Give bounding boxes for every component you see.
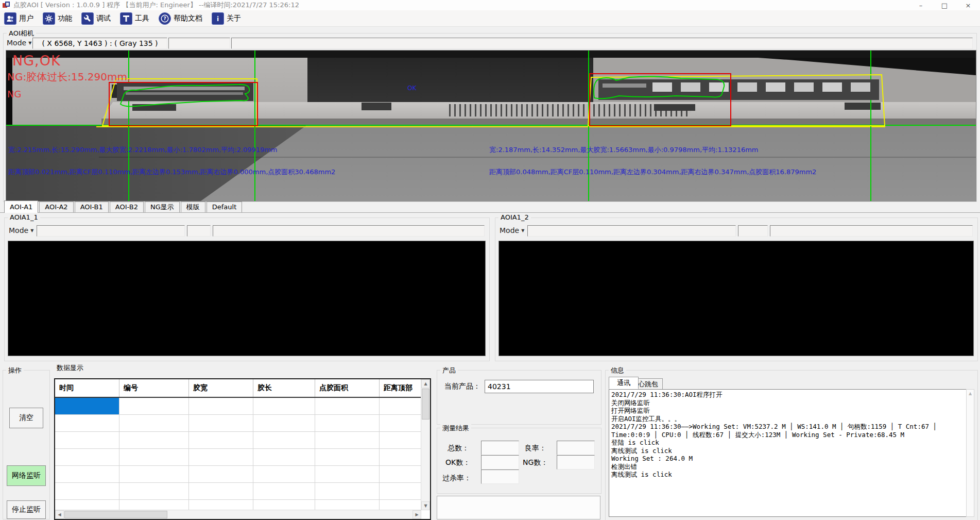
operations-group: 操作 清空 网络监听 停止监听 — [3, 370, 50, 519]
table-cell[interactable] — [380, 398, 421, 415]
table-cell[interactable] — [315, 415, 380, 432]
subview-left-mode-dropdown[interactable]: Mode▼ — [9, 226, 33, 234]
table-cell[interactable] — [253, 449, 315, 466]
subview-left-image[interactable] — [8, 241, 486, 356]
table-cell[interactable] — [119, 449, 189, 466]
selected-cell[interactable] — [55, 398, 119, 415]
table-cell[interactable] — [380, 483, 421, 500]
table-cell[interactable] — [380, 449, 421, 466]
table-cell[interactable] — [119, 466, 189, 483]
scroll-thumb[interactable] — [64, 511, 167, 518]
current-product-label: 当前产品： — [444, 382, 480, 391]
tab-aoi-a1[interactable]: AOI-A1 — [4, 200, 38, 213]
mode-label: Mode — [7, 39, 26, 47]
subview-right-mode-dropdown[interactable]: Mode▼ — [500, 226, 524, 234]
scroll-left-icon[interactable]: ◀ — [55, 510, 64, 519]
table-cell[interactable] — [315, 449, 380, 466]
toolbar-label: 工具 — [135, 14, 149, 23]
data-table-header: 时间 编号 胶宽 胶长 点胶面积 距离顶部 — [55, 379, 430, 398]
tab-comm[interactable]: 通讯 — [609, 377, 639, 389]
table-cell[interactable] — [380, 432, 421, 449]
table-cell[interactable] — [253, 483, 315, 500]
current-product-field[interactable]: 40231 — [485, 380, 594, 393]
table-cell[interactable] — [119, 415, 189, 432]
table-cell[interactable] — [380, 415, 421, 432]
titlebar: 点胶AOI [ Version : 1.0.0.9 ] 程序 【当前用户: En… — [0, 0, 980, 10]
tab-default[interactable]: Default — [207, 202, 243, 212]
table-cell[interactable] — [55, 466, 119, 483]
table-horizontal-scrollbar[interactable]: ◀ ▶ — [55, 510, 421, 519]
camera-mode-dropdown[interactable]: Mode▼ — [7, 39, 31, 47]
ng-count-field[interactable] — [557, 455, 595, 469]
close-button[interactable]: × — [956, 0, 980, 10]
table-cell[interactable] — [315, 432, 380, 449]
table-cell[interactable] — [189, 432, 253, 449]
stop-listen-button[interactable]: 停止监听 — [7, 500, 46, 519]
toolbar-item-help[interactable]: ? 帮助文档 — [159, 12, 202, 25]
inspection-overlay — [6, 51, 976, 201]
table-cell[interactable] — [253, 398, 315, 415]
overkill-label: 过杀率： — [442, 474, 471, 483]
toolbar-item-user[interactable]: 用户 — [4, 12, 33, 25]
total-field[interactable] — [481, 441, 519, 455]
toolbar-item-debug[interactable]: 调试 — [81, 12, 111, 25]
table-cell[interactable] — [189, 466, 253, 483]
col-header-glue-length[interactable]: 胶长 — [253, 379, 315, 397]
overkill-field[interactable] — [481, 469, 519, 484]
table-cell[interactable] — [119, 483, 189, 500]
table-cell[interactable] — [189, 415, 253, 432]
col-header-glue-width[interactable]: 胶宽 — [189, 379, 253, 397]
table-cell[interactable] — [315, 483, 380, 500]
table-cell[interactable] — [253, 466, 315, 483]
table-vertical-scrollbar[interactable]: ▲ ▼ — [421, 379, 430, 510]
tab-aoi-b2[interactable]: AOI-B2 — [110, 202, 144, 212]
camera-image[interactable]: NG,OK NG:胶体过长:15.290mm, NG OK 宽:2.215mm,… — [6, 50, 976, 202]
yield-field[interactable] — [557, 441, 595, 455]
toolbar-item-about[interactable]: i 关于 — [212, 12, 241, 25]
scroll-up-icon[interactable]: ▲ — [969, 391, 972, 396]
table-row — [55, 483, 430, 500]
scroll-up-icon[interactable]: ▲ — [421, 379, 430, 388]
info-group-label: 信息 — [609, 366, 626, 375]
table-cell[interactable] — [55, 432, 119, 449]
network-listen-button[interactable]: 网络监听 — [7, 465, 46, 486]
table-cell[interactable] — [55, 449, 119, 466]
maximize-button[interactable]: □ — [933, 0, 956, 10]
table-cell[interactable] — [315, 466, 380, 483]
col-header-time[interactable]: 时间 — [55, 379, 119, 397]
tab-aoi-b1[interactable]: AOI-B1 — [75, 202, 109, 212]
table-cell[interactable] — [253, 415, 315, 432]
clear-button[interactable]: 清空 — [9, 408, 43, 428]
subview-right-image[interactable] — [498, 241, 974, 356]
users-icon — [4, 12, 16, 25]
table-cell[interactable] — [55, 483, 119, 500]
tab-ng-display[interactable]: NG显示 — [145, 202, 180, 212]
scroll-thumb[interactable] — [422, 389, 429, 420]
scroll-down-icon[interactable]: ▼ — [421, 501, 430, 510]
app-window: { "colors": { "toolbar_icon_navy": "#2b3… — [0, 0, 980, 520]
table-cell[interactable] — [315, 398, 380, 415]
col-header-distance-top[interactable]: 距离顶部 — [380, 379, 421, 397]
tab-aoi-a2[interactable]: AOI-A2 — [39, 202, 73, 212]
subview-right-label: AOIA1_2 — [498, 213, 531, 221]
table-cell[interactable] — [119, 398, 189, 415]
col-header-id[interactable]: 编号 — [119, 379, 189, 397]
table-cell[interactable] — [189, 398, 253, 415]
minimize-button[interactable]: – — [909, 0, 933, 10]
gear-icon — [43, 12, 55, 25]
table-cell[interactable] — [380, 466, 421, 483]
tab-template[interactable]: 模版 — [181, 202, 205, 212]
table-cell[interactable] — [119, 432, 189, 449]
table-cell[interactable] — [253, 432, 315, 449]
table-cell[interactable] — [55, 415, 119, 432]
log-scrollbar[interactable]: ▲ — [966, 389, 974, 517]
table-cell[interactable] — [189, 449, 253, 466]
scroll-right-icon[interactable]: ▶ — [412, 510, 421, 519]
ok-count-field[interactable] — [481, 455, 519, 469]
app-icon — [2, 1, 10, 9]
toolbar-item-tools[interactable]: 工具 — [120, 12, 149, 25]
toolbar-item-function[interactable]: 功能 — [43, 12, 72, 25]
col-header-dispense-area[interactable]: 点胶面积 — [315, 379, 380, 397]
log-area[interactable]: 2021/7/29 11:36:30:AOI程序打开关闭网络监听打开网络监听开启… — [609, 389, 974, 517]
table-cell[interactable] — [189, 483, 253, 500]
